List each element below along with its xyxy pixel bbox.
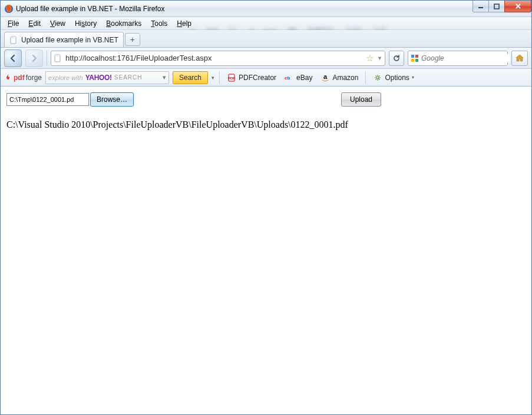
yahoo-explore-text: explore with <box>48 74 83 81</box>
flame-icon <box>4 74 12 82</box>
svg-rect-10 <box>411 59 414 62</box>
menu-history[interactable]: History <box>71 18 100 29</box>
reload-button[interactable] <box>389 51 404 66</box>
yahoo-search-text: SEARCH <box>114 74 143 81</box>
amazon-icon: a <box>320 73 330 82</box>
maximize-button[interactable] <box>488 1 505 12</box>
svg-rect-2 <box>494 4 499 9</box>
gear-icon <box>373 73 382 82</box>
toolbar-separator <box>219 72 220 84</box>
window-controls <box>473 1 531 12</box>
menu-file[interactable]: File <box>4 18 22 29</box>
menu-bookmarks[interactable]: Bookmarks <box>103 18 145 29</box>
pdfforge-toolbar: pdfforge explore with YAHOO! SEARCH ▾ Se… <box>1 69 531 87</box>
search-dropdown-icon[interactable]: ▾ <box>212 75 214 81</box>
menu-help[interactable]: Help <box>173 18 195 29</box>
toolbar-separator <box>365 72 366 84</box>
menu-edit[interactable]: Edit <box>25 18 44 29</box>
upload-result-text: C:\Visual Studio 2010\Projects\FileUploa… <box>6 119 526 130</box>
pdfforge-text-1: pdf <box>14 74 25 82</box>
svg-text:eb: eb <box>285 75 290 81</box>
svg-text:a: a <box>323 73 328 80</box>
tabstrip: Upload file example in VB.NET + <box>1 30 531 48</box>
titlebar: Upload file example in VB.NET - Mozilla … <box>1 1 531 17</box>
home-button[interactable] <box>511 51 528 66</box>
minimize-button[interactable] <box>472 1 489 12</box>
page-icon <box>9 36 18 44</box>
navbar: ☆ ▼ <box>1 48 531 69</box>
menu-history-label: tory <box>85 19 97 28</box>
menu-tools[interactable]: Tools <box>147 18 171 29</box>
svg-rect-4 <box>11 36 16 38</box>
svg-rect-1 <box>478 7 483 8</box>
firefox-icon <box>4 4 14 14</box>
svg-text:PDF: PDF <box>228 77 235 80</box>
menu-tools-label: ools <box>154 19 167 28</box>
menu-view-label: iew <box>55 19 65 28</box>
options-button[interactable]: Options ▾ <box>371 73 416 82</box>
options-dropdown-icon: ▾ <box>412 75 414 80</box>
menu-edit-label: dit <box>33 19 41 28</box>
menu-file-label: ile <box>12 19 19 28</box>
window-title: Upload file example in VB.NET - Mozilla … <box>16 5 165 13</box>
tab-active[interactable]: Upload file example in VB.NET <box>4 32 124 47</box>
amazon-label: Amazon <box>332 74 358 82</box>
options-label: Options <box>385 74 409 82</box>
search-button[interactable]: Search <box>173 71 208 84</box>
pdfcreator-button[interactable]: PDF PDFCreator <box>224 73 279 82</box>
upload-button[interactable]: Upload <box>341 92 381 107</box>
google-icon <box>411 54 419 62</box>
menu-bookmarks-label: ookmarks <box>111 19 141 28</box>
svg-rect-7 <box>55 55 60 57</box>
svg-rect-11 <box>415 59 418 62</box>
ebay-icon: eb <box>285 73 294 82</box>
pdfforge-logo[interactable]: pdfforge <box>4 74 42 82</box>
svg-rect-8 <box>411 55 414 58</box>
menu-view[interactable]: View <box>47 18 69 29</box>
ebay-label: eBay <box>296 74 312 82</box>
pdfforge-text-2: forge <box>26 74 42 82</box>
new-tab-button[interactable]: + <box>125 33 140 46</box>
menubar: File Edit View History Bookmarks Tools H… <box>1 17 531 30</box>
close-button[interactable] <box>504 1 531 12</box>
yahoo-dropdown-icon[interactable]: ▾ <box>163 74 166 81</box>
search-input[interactable] <box>421 54 510 62</box>
yahoo-logo: YAHOO! <box>85 74 112 82</box>
svg-point-5 <box>12 36 12 37</box>
browse-button[interactable]: Browse… <box>90 92 134 107</box>
page-content: C:\Tmp\0122_0001.pd Browse… Upload C:\Vi… <box>1 87 531 414</box>
page-icon <box>54 54 62 62</box>
pdf-icon: PDF <box>227 73 236 82</box>
search-box[interactable] <box>408 51 508 66</box>
nav-separator <box>47 51 47 66</box>
ebay-button[interactable]: eb eBay <box>282 73 315 82</box>
url-dropdown-icon[interactable]: ▼ <box>377 55 382 61</box>
url-input[interactable] <box>65 54 362 62</box>
forward-button[interactable] <box>25 49 43 67</box>
amazon-button[interactable]: a Amazon <box>318 73 361 82</box>
tab-label: Upload file example in VB.NET <box>21 36 118 44</box>
back-button[interactable] <box>4 49 22 67</box>
file-path-input[interactable]: C:\Tmp\0122_0001.pd <box>6 93 89 106</box>
yahoo-search-box[interactable]: explore with YAHOO! SEARCH ▾ <box>45 71 169 84</box>
bookmark-star-icon[interactable]: ☆ <box>366 53 374 64</box>
svg-rect-9 <box>415 55 418 58</box>
menu-help-label: elp <box>182 19 191 28</box>
upload-row: C:\Tmp\0122_0001.pd Browse… Upload <box>6 92 526 107</box>
urlbar[interactable]: ☆ ▼ <box>51 51 385 66</box>
pdfcreator-label: PDFCreator <box>239 74 276 82</box>
firefox-window: Upload file example in VB.NET - Mozilla … <box>0 0 532 415</box>
svg-point-17 <box>376 77 379 79</box>
